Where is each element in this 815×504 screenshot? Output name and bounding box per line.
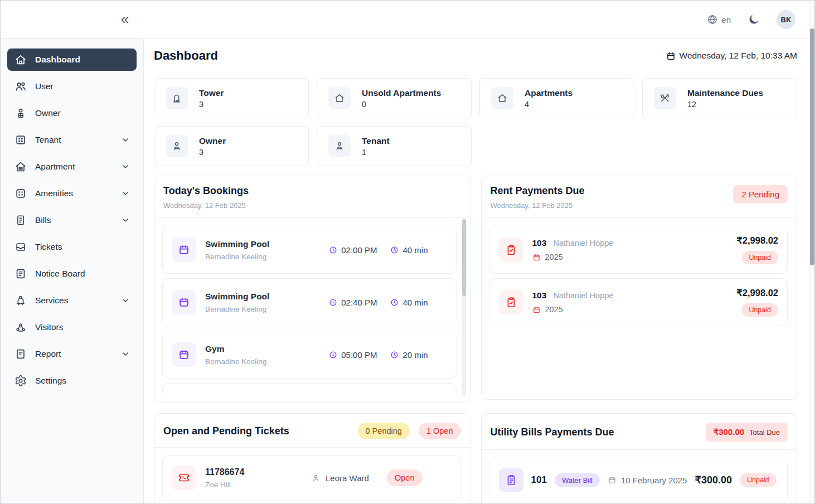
card-date: Wednesday, 12 Feb 2025 (163, 201, 461, 210)
stat-card-apartments: Apartments4 (479, 78, 634, 118)
rent-unit: 103 (532, 238, 547, 248)
clipboard-check-icon (499, 290, 523, 314)
sidebar-item-apartment[interactable]: Apartment (7, 156, 137, 178)
booking-facility: Swimming Pool (205, 292, 329, 302)
person-icon (328, 135, 351, 157)
sidebar-item-visitors[interactable]: Visitors (7, 316, 137, 338)
rent-list: 103 Nathaniel Hoppe 2025 ₹2,998.02 Unpai… (482, 218, 797, 395)
booking-duration: 40 min (402, 298, 428, 307)
booking-item-partial[interactable] (162, 383, 457, 393)
sidebar-item-label: Settings (35, 376, 130, 386)
sidebar-item-user[interactable]: User (7, 75, 137, 98)
notice-board-icon (14, 267, 27, 280)
sidebar-collapse-button[interactable]: « (115, 9, 134, 28)
person-icon (311, 473, 321, 483)
rent-amount: ₹2,998.02 (736, 235, 778, 246)
stat-card-tenant: Tenant1 (317, 126, 472, 166)
booking-time: 02:00 PM (341, 245, 377, 255)
ticket-item[interactable]: 11786674 Zoe Hill Leora Ward Open (162, 455, 461, 500)
stat-value: 3 (199, 148, 226, 157)
clock-icon (390, 351, 399, 359)
main-content: Dashboard Wednesday, 12 Feb, 10:33 AM To… (144, 38, 809, 503)
card-title: Utility Bills Payments Due (491, 427, 614, 438)
datetime-label: Wednesday, 12 Feb, 10:33 AM (680, 51, 797, 61)
booking-person: Bernadine Keeling (205, 357, 329, 366)
tickets-list: 11786674 Zoe Hill Leora Ward Open (154, 448, 470, 500)
rent-amount: ₹2,998.02 (736, 288, 778, 298)
rent-tenant: Nathaniel Hoppe (553, 239, 613, 248)
chevron-down-icon (121, 189, 130, 198)
status-badge: Open (387, 469, 422, 486)
utility-bill-item[interactable]: 101 Water Bill 10 February 2025 ₹300.00 … (489, 458, 788, 502)
person-icon (166, 135, 188, 157)
clock-icon (390, 246, 399, 254)
stat-value: 1 (362, 148, 390, 157)
chevron-down-icon (121, 296, 130, 305)
rent-payments-card: Rent Payments Due Wednesday, 12 Feb 2025… (481, 176, 798, 400)
current-datetime: Wednesday, 12 Feb, 10:33 AM (666, 51, 797, 61)
stat-value: 0 (362, 100, 441, 109)
amenities-icon (14, 187, 27, 200)
sidebar-item-label: Dashboard (35, 55, 130, 65)
bookings-scrollbar-thumb[interactable] (462, 219, 466, 296)
card-title: Rent Payments Due (491, 185, 585, 197)
sidebar-item-owner[interactable]: Owner (7, 102, 137, 124)
stat-label: Tower (199, 88, 224, 98)
utility-bills-card: Utility Bills Payments Due ₹300.00 Total… (481, 413, 798, 503)
sidebar-item-tickets[interactable]: Tickets (7, 236, 137, 258)
app-window: « en BK Dashboard User Owner (0, 0, 815, 504)
chevron-down-icon (121, 350, 130, 358)
clock-icon (329, 246, 337, 254)
booking-person: Bernadine Keeling (205, 253, 329, 261)
sidebar-item-services[interactable]: Services (7, 289, 137, 312)
topbar: « en BK (1, 1, 814, 38)
booking-time: 05:00 PM (341, 350, 377, 360)
pending-tickets-badge: 0 Pending (358, 423, 410, 439)
page-scrollbar-thumb[interactable] (810, 28, 814, 265)
rent-item[interactable]: 103 Nathaniel Hoppe 2025 ₹2,998.02 Unpai… (489, 226, 788, 274)
bill-type-badge: Water Bill (555, 473, 600, 487)
sidebar-item-dashboard[interactable]: Dashboard (7, 49, 137, 71)
maintenance-tools-icon (654, 87, 676, 109)
utility-unit: 101 (531, 474, 547, 486)
sidebar-item-amenities[interactable]: Amenities (7, 182, 137, 205)
stats-row: Tower3 Unsold Apartments0 Apartments4 Ma… (154, 78, 797, 166)
status-badge: Unpaid (740, 473, 777, 487)
stat-label: Tenant (362, 136, 390, 146)
sidebar-item-tenant[interactable]: Tenant (7, 129, 137, 151)
language-switcher[interactable]: en (707, 14, 731, 25)
dark-mode-toggle[interactable] (748, 13, 760, 26)
tower-icon (166, 87, 188, 109)
stat-card-owner: Owner3 (154, 126, 309, 166)
bookings-scrollbar[interactable] (462, 219, 466, 396)
calendar-icon (532, 253, 541, 261)
rent-item[interactable]: 103 Nathaniel Hoppe 2025 ₹2,998.02 Unpai… (489, 278, 788, 326)
sidebar-item-bills[interactable]: Bills (7, 209, 137, 231)
avatar[interactable]: BK (777, 10, 795, 29)
total-due-label: Total Due (749, 428, 780, 437)
language-label: en (721, 15, 731, 25)
clipboard-check-icon (499, 238, 523, 262)
page-scrollbar[interactable] (809, 1, 814, 503)
bookings-list: Swimming Pool Bernadine Keeling 02:00 PM… (154, 218, 470, 399)
chevron-down-icon (121, 162, 130, 171)
sidebar-item-notice-board[interactable]: Notice Board (7, 263, 137, 285)
report-icon (14, 347, 27, 361)
home-icon (491, 87, 513, 109)
booking-duration: 20 min (402, 350, 428, 360)
bills-icon (14, 214, 27, 227)
booking-item[interactable]: Gym Bernadine Keeling 05:00 PM 20 min (162, 331, 457, 379)
tenant-grid-icon (14, 133, 27, 147)
booking-item[interactable]: Swimming Pool Bernadine Keeling 02:00 PM… (162, 226, 457, 274)
gear-icon (14, 374, 27, 387)
sidebar-item-settings[interactable]: Settings (7, 370, 137, 392)
stat-label: Unsold Apartments (362, 88, 441, 98)
sidebar-item-label: Amenities (35, 188, 121, 198)
utility-amount: ₹300.00 (695, 474, 732, 486)
chevron-down-icon (121, 135, 130, 144)
sidebar-item-report[interactable]: Report (7, 343, 137, 365)
card-title: Open and Pending Tickets (163, 425, 289, 437)
sidebar-item-label: User (35, 81, 130, 91)
services-icon (14, 294, 27, 307)
booking-item[interactable]: Swimming Pool Bernadine Keeling 02:40 PM… (162, 278, 457, 326)
